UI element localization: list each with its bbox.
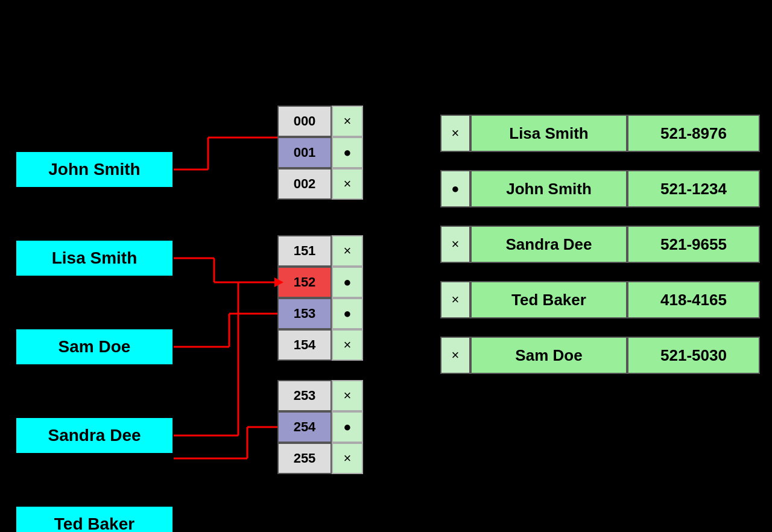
slot-153: 153: [277, 298, 332, 329]
slot-001: 001: [277, 137, 332, 168]
person-sandra-dee: Sandra Dee: [15, 417, 174, 454]
result-ted-baker: × Ted Baker 418-4165: [440, 281, 760, 318]
result-ted-name: Ted Baker: [470, 281, 627, 318]
result-sam-doe: × Sam Doe 521-5030: [440, 337, 760, 374]
result-lisa-smith: × Lisa Smith 521-8976: [440, 115, 760, 152]
result-ted-indicator: ×: [440, 281, 470, 318]
slot-154: 154: [277, 329, 332, 361]
person-ted-baker: Ted Baker: [15, 505, 174, 532]
slot-000-indicator: ×: [332, 106, 363, 137]
slot-151-indicator: ×: [332, 235, 363, 267]
slot-255-indicator: ×: [332, 443, 363, 474]
slot-000: 000: [277, 106, 332, 137]
result-lisa-phone: 521-8976: [627, 115, 760, 152]
slot-254: 254: [277, 411, 332, 443]
slot-255: 255: [277, 443, 332, 474]
result-sam-name: Sam Doe: [470, 337, 627, 374]
slot-151: 151: [277, 235, 332, 267]
slot-154-indicator: ×: [332, 329, 363, 361]
result-sandra-dee: × Sandra Dee 521-9655: [440, 226, 760, 263]
person-lisa-smith: Lisa Smith: [15, 239, 174, 277]
result-sam-phone: 521-5030: [627, 337, 760, 374]
result-john-name: John Smith: [470, 170, 627, 207]
slot-152-indicator: ●: [332, 267, 363, 298]
result-john-phone: 521-1234: [627, 170, 760, 207]
people-column: John Smith Lisa Smith Sam Doe Sandra Dee…: [15, 151, 174, 532]
slot-group-3: 253 × 254 ● 255 ×: [277, 380, 363, 474]
slot-152: 152: [277, 267, 332, 298]
result-sandra-phone: 521-9655: [627, 226, 760, 263]
result-lisa-name: Lisa Smith: [470, 115, 627, 152]
slot-002-indicator: ×: [332, 168, 363, 200]
slot-254-indicator: ●: [332, 411, 363, 443]
result-sandra-indicator: ×: [440, 226, 470, 263]
slot-001-indicator: ●: [332, 137, 363, 168]
person-john-smith: John Smith: [15, 151, 174, 188]
slot-002: 002: [277, 168, 332, 200]
result-lisa-indicator: ×: [440, 115, 470, 152]
slot-153-indicator: ●: [332, 298, 363, 329]
result-john-indicator: ●: [440, 170, 470, 207]
slot-253-indicator: ×: [332, 380, 363, 411]
person-sam-doe: Sam Doe: [15, 328, 174, 366]
slot-group-2: 151 × 152 ● 153 ● 154 ×: [277, 235, 363, 361]
slot-group-1: 000 × 001 ● 002 ×: [277, 106, 363, 200]
result-john-smith: ● John Smith 521-1234: [440, 170, 760, 207]
result-ted-phone: 418-4165: [627, 281, 760, 318]
slot-253: 253: [277, 380, 332, 411]
results-column: × Lisa Smith 521-8976 ● John Smith 521-1…: [440, 115, 760, 374]
result-sandra-name: Sandra Dee: [470, 226, 627, 263]
result-sam-indicator: ×: [440, 337, 470, 374]
